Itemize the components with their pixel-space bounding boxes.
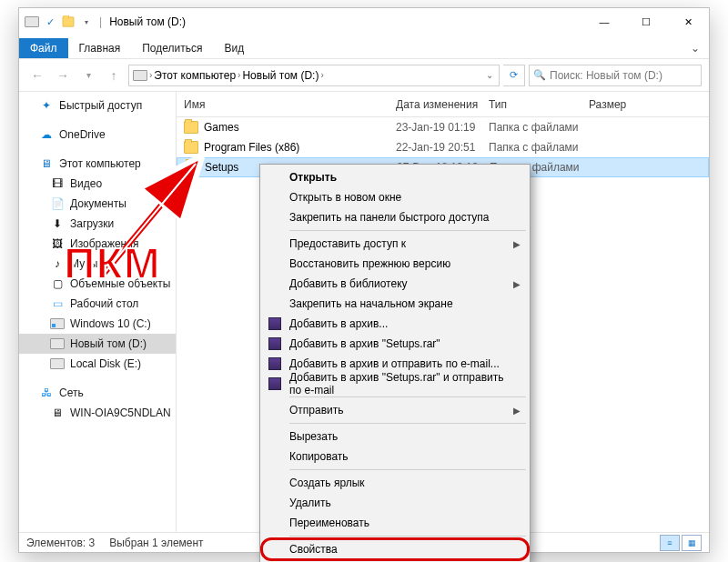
crumb-this-pc[interactable]: Этот компьютер (154, 69, 236, 82)
drive-icon (50, 356, 65, 371)
drive-icon (25, 15, 39, 29)
downloads-icon: ⬇ (50, 216, 65, 231)
view-details-button[interactable]: ≡ (660, 535, 680, 551)
network-icon: 🖧 (39, 386, 54, 400)
documents-icon: 📄 (50, 196, 65, 211)
crumb-dropdown-icon[interactable]: ⌄ (486, 70, 499, 80)
list-item[interactable]: Games 23-Jan-19 01:19 Папка с файлами (177, 117, 709, 137)
ctx-open-new-window[interactable]: Открыть в новом окне (262, 187, 528, 207)
ctx-delete[interactable]: Удалить (262, 493, 528, 513)
search-placeholder: Поиск: Новый том (D:) (550, 69, 662, 82)
chevron-right-icon: ▶ (513, 279, 521, 289)
qa-folder-icon[interactable] (61, 15, 76, 29)
ctx-restore-previous[interactable]: Восстановить прежнюю версию (262, 254, 528, 274)
navigation-pane: ✦Быстрый доступ ☁OneDrive 🖥Этот компьюте… (19, 92, 177, 532)
sidebar-item-quick-access[interactable]: ✦Быстрый доступ (19, 95, 176, 115)
ribbon-expand-icon[interactable]: ⌄ (682, 38, 709, 58)
column-header-type[interactable]: Тип (481, 92, 581, 116)
chevron-right-icon[interactable]: › (320, 70, 323, 80)
column-header-size[interactable]: Размер (581, 92, 709, 116)
nav-history-dropdown[interactable]: ▾ (77, 65, 99, 86)
tab-share[interactable]: Поделиться (131, 38, 213, 58)
maximize-button[interactable]: ☐ (625, 8, 667, 35)
close-button[interactable]: ✕ (667, 8, 709, 35)
sidebar-item-pictures[interactable]: 🖼Изображения (19, 234, 176, 254)
pin-icon: ✦ (39, 98, 54, 113)
pictures-icon: 🖼 (50, 236, 65, 251)
nav-forward-button[interactable]: → (52, 65, 74, 86)
rar-icon (268, 376, 282, 391)
status-selection: Выбран 1 элемент (109, 537, 203, 549)
tab-file[interactable]: Файл (19, 38, 68, 58)
column-header-date[interactable]: Дата изменения (389, 92, 481, 116)
sidebar-item-desktop[interactable]: ▭Рабочий стол (19, 294, 176, 314)
tab-view[interactable]: Вид (213, 38, 255, 58)
ctx-rar-add[interactable]: Добавить в архив... (262, 314, 528, 334)
chevron-right-icon: ▶ (513, 239, 521, 249)
refresh-button[interactable]: ⟳ (503, 65, 525, 86)
sidebar-item-this-pc[interactable]: 🖥Этот компьютер (19, 154, 176, 174)
ctx-add-to-library[interactable]: Добавить в библиотеку▶ (262, 274, 528, 294)
pc-icon: 🖥 (50, 406, 65, 420)
sidebar-item-network[interactable]: 🖧Сеть (19, 383, 176, 403)
qa-dropdown-icon[interactable]: ▾ (79, 15, 94, 29)
context-menu: Открыть Открыть в новом окне Закрепить н… (259, 164, 531, 562)
qa-save-icon[interactable]: ✓ (43, 15, 57, 29)
minimize-button[interactable]: — (583, 8, 625, 35)
sidebar-item-music[interactable]: ♪Музыка (19, 254, 176, 274)
view-large-icons-button[interactable]: ▦ (682, 535, 702, 551)
ctx-pin-quick-access[interactable]: Закрепить на панели быстрого доступа (262, 207, 528, 227)
objects3d-icon: ▢ (50, 276, 65, 291)
ctx-copy[interactable]: Копировать (262, 447, 528, 467)
folder-icon (184, 141, 198, 154)
ctx-rar-email-name[interactable]: Добавить в архив "Setups.rar" и отправит… (262, 374, 528, 394)
list-item[interactable]: Program Files (x86) 22-Jan-19 20:51 Папк… (177, 137, 709, 157)
sidebar-item-documents[interactable]: 📄Документы (19, 194, 176, 214)
chevron-right-icon[interactable]: › (238, 70, 240, 80)
sidebar-item-drive-c[interactable]: Windows 10 (C:) (19, 314, 176, 334)
drive-icon (50, 316, 65, 331)
nav-back-button[interactable]: ← (26, 65, 48, 86)
ribbon-tabs: Файл Главная Поделиться Вид ⌄ (19, 35, 709, 59)
column-header-name[interactable]: Имя (177, 92, 389, 116)
status-count: Элементов: 3 (26, 537, 95, 549)
breadcrumb[interactable]: › Этот компьютер › Новый том (D:) › ⌄ (128, 65, 500, 86)
search-icon: 🔍 (533, 69, 546, 81)
pc-icon: 🖥 (39, 156, 54, 171)
crumb-drive-icon (133, 70, 147, 81)
sidebar-item-drive-e[interactable]: Local Disk (E:) (19, 354, 176, 374)
tab-home[interactable]: Главная (68, 38, 132, 58)
search-input[interactable]: 🔍 Поиск: Новый том (D:) (529, 65, 702, 86)
ctx-grant-access[interactable]: Предоставить доступ к▶ (262, 234, 528, 254)
crumb-drive-d[interactable]: Новый том (D:) (242, 69, 318, 82)
sidebar-item-network-pc[interactable]: 🖥WIN-OIA9C5NDLAN (19, 403, 176, 423)
window-title: Новый том (D:) (109, 15, 186, 28)
ctx-rar-add-name[interactable]: Добавить в архив "Setups.rar" (262, 334, 528, 354)
title-bar: ✓ ▾ | Новый том (D:) — ☐ ✕ (19, 8, 709, 35)
sidebar-item-3d-objects[interactable]: ▢Объемные объекты (19, 274, 176, 294)
folder-icon (185, 161, 199, 174)
ctx-properties[interactable]: Свойства (262, 539, 528, 559)
music-icon: ♪ (50, 256, 65, 271)
rar-icon (268, 316, 282, 331)
rar-icon (268, 336, 282, 351)
cloud-icon: ☁ (39, 127, 54, 142)
ctx-open[interactable]: Открыть (262, 167, 528, 187)
ctx-pin-start[interactable]: Закрепить на начальном экране (262, 294, 528, 314)
ctx-cut[interactable]: Вырезать (262, 427, 528, 447)
ctx-send-to[interactable]: Отправить▶ (262, 400, 528, 420)
nav-up-button[interactable]: ↑ (103, 65, 125, 86)
rar-icon (268, 356, 282, 371)
sidebar-item-downloads[interactable]: ⬇Загрузки (19, 214, 176, 234)
drive-icon (50, 336, 65, 351)
column-headers: Имя Дата изменения Тип Размер (177, 92, 709, 117)
ctx-rename[interactable]: Переименовать (262, 513, 528, 533)
ctx-create-shortcut[interactable]: Создать ярлык (262, 473, 528, 493)
address-bar-row: ← → ▾ ↑ › Этот компьютер › Новый том (D:… (19, 59, 709, 92)
chevron-right-icon[interactable]: › (149, 70, 152, 80)
video-icon: 🎞 (50, 176, 65, 191)
sidebar-item-video[interactable]: 🎞Видео (19, 174, 176, 194)
chevron-right-icon: ▶ (513, 406, 521, 416)
sidebar-item-onedrive[interactable]: ☁OneDrive (19, 125, 176, 145)
sidebar-item-drive-d[interactable]: Новый том (D:) (19, 334, 176, 354)
